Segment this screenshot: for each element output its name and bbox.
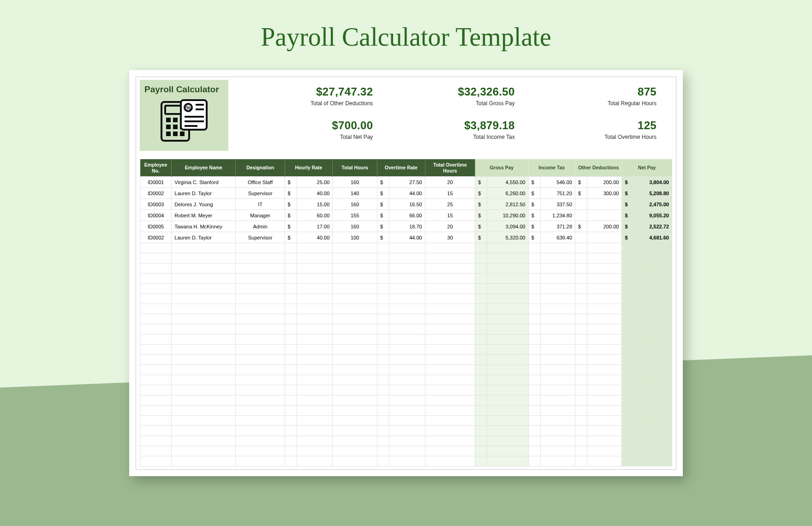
cell-income-tax[interactable]: 751.20 — [540, 188, 575, 199]
table-row[interactable]: ID0002Lauren D. TaylorSupervisor$40.0014… — [140, 188, 672, 199]
cell-emp-name[interactable]: Robert M. Meyer — [172, 210, 236, 221]
table-row-empty[interactable] — [140, 274, 672, 284]
table-row-empty[interactable] — [140, 416, 672, 426]
table-row[interactable]: ID0003Delores J. YoungIT$15.00160$16.502… — [140, 199, 672, 210]
table-row-empty[interactable] — [140, 324, 672, 335]
cell-currency[interactable] — [575, 199, 587, 210]
cell-currency[interactable]: $ — [575, 221, 587, 232]
cell-other-deductions[interactable]: 200.00 — [587, 221, 621, 232]
cell-other-deductions[interactable]: 200.00 — [587, 177, 621, 188]
cell-other-deductions[interactable] — [587, 199, 621, 210]
cell-overtime-rate[interactable]: 27.50 — [389, 177, 425, 188]
cell-total-ot-hours[interactable]: 20 — [425, 221, 475, 232]
cell-designation[interactable]: Supervisor — [236, 188, 285, 199]
cell-gross-pay[interactable]: 4,550.00 — [487, 177, 529, 188]
table-row-empty[interactable] — [140, 263, 672, 274]
cell-total-hours[interactable]: 160 — [333, 177, 377, 188]
cell-income-tax[interactable]: 546.00 — [540, 177, 575, 188]
cell-currency[interactable]: $ — [528, 188, 540, 199]
cell-currency[interactable]: $ — [285, 199, 297, 210]
cell-overtime-rate[interactable]: 44.00 — [389, 232, 425, 243]
table-row[interactable]: ID0002Lauren D. TaylorSupervisor$40.0010… — [140, 232, 672, 243]
cell-emp-no[interactable]: ID0002 — [140, 188, 172, 199]
cell-gross-pay[interactable]: 6,260.00 — [487, 188, 529, 199]
cell-emp-no[interactable]: ID0005 — [140, 221, 172, 232]
cell-hourly-rate[interactable]: 17.00 — [297, 221, 333, 232]
cell-currency[interactable]: $ — [377, 232, 389, 243]
table-row-empty[interactable] — [140, 253, 672, 263]
table-row-empty[interactable] — [140, 304, 672, 314]
cell-currency[interactable]: $ — [377, 199, 389, 210]
table-row-empty[interactable] — [140, 294, 672, 304]
cell-emp-name[interactable]: Lauren D. Taylor — [172, 188, 236, 199]
cell-total-ot-hours[interactable]: 20 — [425, 177, 475, 188]
cell-currency[interactable]: $ — [475, 199, 487, 210]
cell-gross-pay[interactable]: 10,290.00 — [487, 210, 529, 221]
cell-net-pay[interactable]: 3,804.00 — [634, 177, 672, 188]
table-row-empty[interactable] — [140, 446, 672, 456]
cell-currency[interactable]: $ — [285, 177, 297, 188]
cell-gross-pay[interactable]: 3,094.00 — [487, 221, 529, 232]
table-row-empty[interactable] — [140, 375, 672, 385]
cell-income-tax[interactable]: 371.28 — [540, 221, 575, 232]
cell-emp-name[interactable]: Lauren D. Taylor — [172, 232, 236, 243]
table-row-empty[interactable] — [140, 395, 672, 406]
cell-currency[interactable]: $ — [528, 177, 540, 188]
cell-total-hours[interactable]: 160 — [333, 199, 377, 210]
cell-hourly-rate[interactable]: 40.00 — [297, 188, 333, 199]
cell-net-pay[interactable]: 9,055.20 — [634, 210, 672, 221]
cell-other-deductions[interactable] — [587, 210, 621, 221]
table-row-empty[interactable] — [140, 456, 672, 466]
cell-income-tax[interactable]: 1,234.80 — [540, 210, 575, 221]
cell-total-ot-hours[interactable]: 30 — [425, 232, 475, 243]
cell-designation[interactable]: Supervisor — [236, 232, 285, 243]
table-row-empty[interactable] — [140, 426, 672, 436]
table-row-empty[interactable] — [140, 355, 672, 365]
cell-currency[interactable]: $ — [575, 177, 587, 188]
cell-emp-name[interactable]: Delores J. Young — [172, 199, 236, 210]
cell-currency[interactable]: $ — [622, 221, 634, 232]
cell-currency[interactable]: $ — [377, 210, 389, 221]
cell-total-ot-hours[interactable]: 25 — [425, 199, 475, 210]
cell-emp-name[interactable]: Virginia C. Stanford — [172, 177, 236, 188]
cell-net-pay[interactable]: 2,475.00 — [634, 199, 672, 210]
cell-income-tax[interactable]: 638.40 — [540, 232, 575, 243]
cell-currency[interactable]: $ — [528, 221, 540, 232]
cell-currency[interactable]: $ — [622, 188, 634, 199]
cell-currency[interactable]: $ — [622, 232, 634, 243]
cell-currency[interactable]: $ — [528, 232, 540, 243]
table-row-empty[interactable] — [140, 243, 672, 253]
cell-currency[interactable]: $ — [475, 177, 487, 188]
table-row-empty[interactable] — [140, 406, 672, 416]
table-row-empty[interactable] — [140, 314, 672, 324]
cell-designation[interactable]: IT — [236, 199, 285, 210]
cell-hourly-rate[interactable]: 40.00 — [297, 232, 333, 243]
cell-currency[interactable]: $ — [377, 221, 389, 232]
cell-net-pay[interactable]: 4,681.60 — [634, 232, 672, 243]
table-row-empty[interactable] — [140, 436, 672, 446]
cell-designation[interactable]: Office Staff — [236, 177, 285, 188]
cell-emp-no[interactable]: ID0003 — [140, 199, 172, 210]
cell-currency[interactable]: $ — [528, 210, 540, 221]
cell-currency[interactable]: $ — [575, 188, 587, 199]
cell-currency[interactable]: $ — [475, 232, 487, 243]
cell-hourly-rate[interactable]: 25.00 — [297, 177, 333, 188]
cell-currency[interactable]: $ — [285, 188, 297, 199]
cell-hourly-rate[interactable]: 15.00 — [297, 199, 333, 210]
cell-currency[interactable]: $ — [528, 199, 540, 210]
cell-income-tax[interactable]: 337.50 — [540, 199, 575, 210]
cell-hourly-rate[interactable]: 60.00 — [297, 210, 333, 221]
table-row-empty[interactable] — [140, 345, 672, 355]
cell-other-deductions[interactable] — [587, 232, 621, 243]
cell-currency[interactable] — [575, 210, 587, 221]
cell-gross-pay[interactable]: 5,320.00 — [487, 232, 529, 243]
cell-emp-no[interactable]: ID0002 — [140, 232, 172, 243]
cell-net-pay[interactable]: 2,522.72 — [634, 221, 672, 232]
cell-currency[interactable]: $ — [475, 221, 487, 232]
table-row[interactable]: ID0004Robert M. MeyerManager$60.00155$66… — [140, 210, 672, 221]
cell-currency[interactable]: $ — [285, 232, 297, 243]
cell-emp-no[interactable]: ID0001 — [140, 177, 172, 188]
cell-currency[interactable]: $ — [622, 177, 634, 188]
cell-other-deductions[interactable]: 300.00 — [587, 188, 621, 199]
cell-total-hours[interactable]: 160 — [333, 221, 377, 232]
